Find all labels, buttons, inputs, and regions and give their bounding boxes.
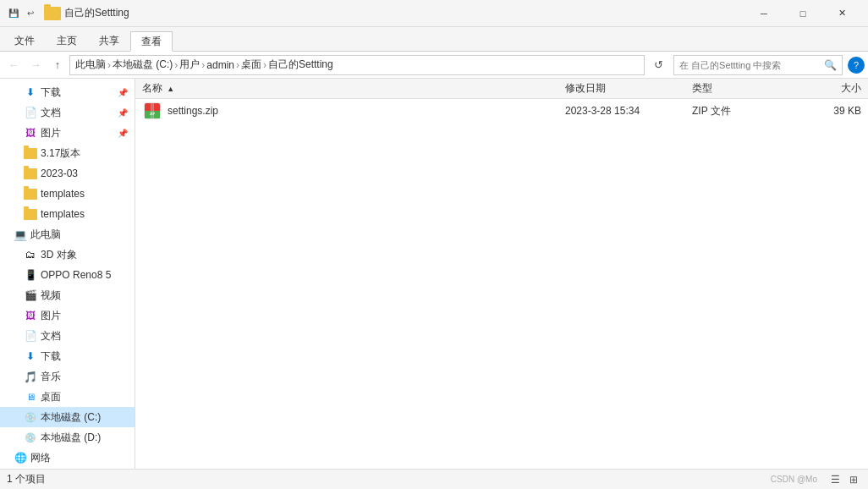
sidebar-item-2023-03[interactable]: 2023-03 xyxy=(0,163,135,184)
sidebar-item-drive-d[interactable]: 💿 本地磁盘 (D:) xyxy=(0,427,135,448)
docs-icon: 📄 xyxy=(24,106,37,119)
header-name[interactable]: 名称 ▲ xyxy=(142,81,565,96)
ribbon-tabs: 文件 主页 共享 查看 xyxy=(0,27,868,51)
header-name-label: 名称 xyxy=(142,82,162,94)
breadcrumb-segment-users[interactable]: 用户 xyxy=(179,58,200,72)
status-bar: 1 个项目 CSDN @Mo ☰ ⊞ xyxy=(0,469,868,489)
search-bar[interactable]: 🔍 xyxy=(673,55,843,75)
up-button[interactable]: ↑ xyxy=(47,55,68,75)
tab-share[interactable]: 共享 xyxy=(88,30,130,51)
file-list: 名称 ▲ 修改日期 类型 大小 xyxy=(135,79,868,469)
search-input[interactable] xyxy=(679,60,824,70)
header-type[interactable]: 类型 xyxy=(692,81,794,96)
music-icon: 🎵 xyxy=(24,370,37,383)
breadcrumb-segment-desktop[interactable]: 桌面 xyxy=(241,58,261,72)
video-icon: 🎬 xyxy=(24,288,37,302)
download-icon: ⬇ xyxy=(24,85,37,99)
sidebar-label: 本地磁盘 (C:) xyxy=(41,410,101,425)
pin-icon: 📌 xyxy=(118,88,128,97)
zip-file-icon: ZIP xyxy=(143,102,162,120)
title-bar-system-icons: 💾 ↩ xyxy=(7,7,37,20)
folder-icon-ver317 xyxy=(24,146,37,160)
header-date[interactable]: 修改日期 xyxy=(565,81,692,96)
sidebar-label: templates xyxy=(41,188,85,200)
pin-icon-2: 📌 xyxy=(118,108,128,118)
sidebar-item-download-quick[interactable]: ⬇ 下载 📌 xyxy=(0,82,135,102)
view-details-button[interactable]: ☰ xyxy=(827,472,843,487)
sidebar-label: 图片 xyxy=(41,309,61,323)
view-icons-button[interactable]: ⊞ xyxy=(846,472,861,487)
item-count: 1 个项目 xyxy=(7,472,46,486)
img-icon-2: 🖼 xyxy=(24,309,37,322)
sidebar-item-documents[interactable]: 📄 文档 xyxy=(0,326,135,346)
sidebar-label: 此电脑 xyxy=(30,228,61,242)
sidebar-label: 网络 xyxy=(30,451,51,465)
sidebar-item-ver317[interactable]: 3.17版本 xyxy=(0,143,135,163)
sidebar-item-pictures[interactable]: 🖼 图片 xyxy=(0,305,135,326)
file-name: settings.zip xyxy=(168,105,218,117)
svg-text:ZIP: ZIP xyxy=(150,112,156,116)
sidebar-item-templates-2[interactable]: templates xyxy=(0,204,135,224)
breadcrumb-segment-setting[interactable]: 自己的Settting xyxy=(268,58,333,72)
header-size-label: 大小 xyxy=(841,82,861,94)
window-title: 自己的Settting xyxy=(64,6,744,20)
tab-file[interactable]: 文件 xyxy=(3,30,46,51)
sidebar-item-3d[interactable]: 🗂 3D 对象 xyxy=(0,244,135,265)
refresh-button[interactable]: ↺ xyxy=(648,55,668,75)
back-button[interactable]: ← xyxy=(3,55,24,75)
system-icon-undo[interactable]: ↩ xyxy=(24,7,37,20)
drive-d-icon: 💿 xyxy=(24,431,37,444)
breadcrumb-sep-2: › xyxy=(174,59,178,71)
forward-button[interactable]: → xyxy=(25,55,46,75)
device-icon: 📱 xyxy=(24,268,37,282)
file-list-header: 名称 ▲ 修改日期 类型 大小 xyxy=(135,79,868,99)
maximize-button[interactable]: □ xyxy=(783,0,822,27)
close-button[interactable]: ✕ xyxy=(822,0,861,27)
minimize-button[interactable]: ─ xyxy=(744,0,783,27)
folder-icon-templates2 xyxy=(24,207,37,221)
ribbon: 文件 主页 共享 查看 xyxy=(0,27,868,52)
sort-arrow: ▲ xyxy=(167,85,174,93)
sidebar-item-desktop[interactable]: 🖥 桌面 xyxy=(0,387,135,407)
help-button[interactable]: ? xyxy=(848,57,865,74)
table-row[interactable]: ZIP settings.zip 2023-3-28 15:34 ZIP 文件 … xyxy=(135,99,868,123)
title-bar: 💾 ↩ 自己的Settting ─ □ ✕ xyxy=(0,0,868,27)
sidebar-item-drive-c[interactable]: 💿 本地磁盘 (C:) xyxy=(0,407,135,427)
sidebar-label: 图片 xyxy=(41,126,61,140)
breadcrumb-sep-5: › xyxy=(263,59,266,71)
status-right: CSDN @Mo ☰ ⊞ xyxy=(771,472,861,487)
tab-view[interactable]: 查看 xyxy=(130,31,173,52)
sidebar-item-templates-1[interactable]: templates xyxy=(0,184,135,204)
desktop-icon: 🖥 xyxy=(24,390,37,404)
address-bar[interactable]: 此电脑 › 本地磁盘 (C:) › 用户 › admin › 桌面 › 自己的S… xyxy=(69,55,645,75)
system-icon-save[interactable]: 💾 xyxy=(7,7,20,20)
breadcrumb-segment-c[interactable]: 本地磁盘 (C:) xyxy=(113,58,173,72)
sidebar-item-this-pc[interactable]: 💻 此电脑 xyxy=(0,224,135,244)
drive-c-icon: 💿 xyxy=(24,410,37,424)
header-type-label: 类型 xyxy=(692,82,712,94)
sidebar-item-docs-quick[interactable]: 📄 文档 📌 xyxy=(0,102,135,123)
sidebar-label: 3D 对象 xyxy=(41,248,77,262)
breadcrumb-segment-admin[interactable]: admin xyxy=(206,59,234,71)
pictures-icon: 🖼 xyxy=(24,126,37,140)
header-size[interactable]: 大小 xyxy=(794,81,861,96)
sidebar-label: 下载 xyxy=(41,85,61,100)
breadcrumb-segment-pc[interactable]: 此电脑 xyxy=(75,58,106,72)
breadcrumb-sep-1: › xyxy=(107,59,111,71)
navigation-bar: ← → ↑ 此电脑 › 本地磁盘 (C:) › 用户 › admin › 桌面 … xyxy=(0,52,868,79)
sidebar-label: 音乐 xyxy=(41,370,61,384)
sidebar-label: 桌面 xyxy=(41,390,61,404)
download-icon-2: ⬇ xyxy=(24,349,37,363)
sidebar-item-pics-quick[interactable]: 🖼 图片 📌 xyxy=(0,123,135,143)
sidebar-item-videos[interactable]: 🎬 视频 xyxy=(0,285,135,305)
sidebar-item-network[interactable]: 🌐 网络 xyxy=(0,448,135,468)
sidebar-label: 文档 xyxy=(41,329,61,343)
sidebar-item-oppo[interactable]: 📱 OPPO Reno8 5 xyxy=(0,265,135,285)
folder-icon-2023 xyxy=(24,167,37,180)
sidebar-item-downloads[interactable]: ⬇ 下载 xyxy=(0,346,135,366)
tab-home[interactable]: 主页 xyxy=(46,30,88,51)
window-controls: ─ □ ✕ xyxy=(744,0,861,27)
sidebar-item-music[interactable]: 🎵 音乐 xyxy=(0,366,135,387)
pin-icon-3: 📌 xyxy=(118,129,128,138)
file-icon: ZIP xyxy=(142,101,162,121)
